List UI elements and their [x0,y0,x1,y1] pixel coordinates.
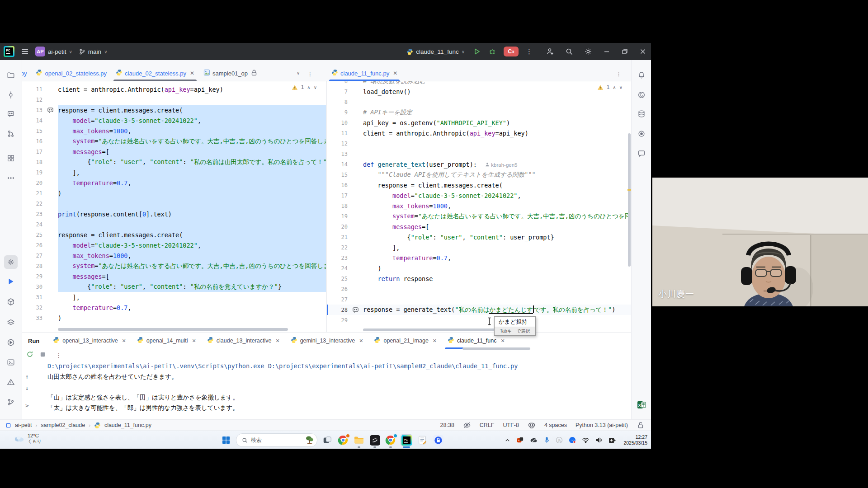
tray-wifi-icon[interactable] [582,437,590,443]
next-warning-icon[interactable]: ∨ [619,85,623,90]
close-icon[interactable]: ✕ [500,338,505,344]
status-file-encoding[interactable]: UTF-8 [503,422,519,428]
c5-plugin-badge[interactable]: C5 [504,47,519,56]
status-caret-position[interactable]: 28:38 [440,422,454,428]
debug-button[interactable] [488,47,496,56]
tray-volume-icon[interactable] [595,437,603,443]
database-icon[interactable] [635,107,648,121]
inspections-widget[interactable]: 1 ∧ ∨ [290,84,319,91]
status-python-interpreter[interactable]: Python 3.13 (ai-petit) [576,422,628,428]
taskbar-dark-app-icon[interactable] [369,434,381,446]
editor-claude-11-func[interactable]: 6# 環境変数を読み込む7load_dotenv()89# APIキーを設定10… [327,81,632,332]
maximize-button[interactable] [621,48,628,55]
main-menu-icon[interactable] [21,47,29,56]
taskbar-clock[interactable]: 12:272025/03/15 [623,434,647,446]
left-tab-options-icon[interactable]: ⋮ [307,70,313,77]
breadcrumb-item-ai-petit[interactable]: ai-petit [15,422,32,428]
ime-candidate[interactable]: かまど担持 [495,317,535,327]
stop-button[interactable] [40,351,46,359]
assistant-icon[interactable] [635,147,648,160]
problems-icon[interactable] [4,375,18,389]
tray-red-badge-icon[interactable] [516,436,524,444]
prev-warning-icon[interactable]: ∧ [307,85,310,90]
tab-le.py[interactable]: le.py [22,66,31,81]
taskbar-notepad-icon[interactable] [416,434,428,446]
services-icon[interactable] [4,316,18,329]
taskbar-chrome-profile-2-icon[interactable] [385,434,396,446]
coverage-icon[interactable] [635,127,648,141]
settings-gear-icon[interactable] [584,47,592,56]
next-warning-icon[interactable]: ∨ [314,85,317,90]
code-with-me-icon[interactable] [546,47,554,56]
rerun-button[interactable] [26,351,33,360]
prev-warning-icon[interactable]: ∧ [613,85,616,90]
scroll-down-icon[interactable]: ↓ [25,385,29,391]
python-packages-icon[interactable] [4,295,18,309]
tray-cloud-icon[interactable] [530,437,538,443]
status-indent-style[interactable]: 4 spaces [544,422,567,428]
excel-icon[interactable]: X [635,398,648,412]
start-button[interactable] [220,434,232,446]
tray-microphone-icon[interactable] [544,436,550,444]
more-tools-icon[interactable] [4,171,18,185]
tray-chevron-up-icon[interactable] [505,437,510,443]
project-widget[interactable]: AP ai-petit ∨ [35,47,72,56]
run-button[interactable] [473,47,481,56]
ai-gutter-icon[interactable] [348,306,363,313]
taskbar-pycharm-icon[interactable]: PC [401,434,412,446]
version-control-icon[interactable] [4,395,18,409]
run-cursor-icon[interactable] [4,275,18,288]
tab-openai_02_stateless.py[interactable]: openai_02_stateless.py [31,66,111,81]
project-folder-icon[interactable] [4,68,18,82]
tray-ime-icon[interactable] [609,437,616,444]
right-tab-options-icon[interactable]: ⋮ [616,70,622,77]
taskbar-chrome-profile-1-icon[interactable] [337,434,349,446]
tab-claude_02_stateless.py[interactable]: claude_02_stateless.py✕ [111,66,199,81]
unlock-icon[interactable] [637,421,645,429]
close-icon[interactable]: ✕ [433,338,437,344]
tab-sample01_op[interactable]: sample01_op [199,66,263,81]
search-icon[interactable] [565,47,573,56]
more-actions-icon[interactable]: ⋮ [526,47,533,56]
minimize-button[interactable] [603,48,610,55]
structure-icon[interactable] [4,151,18,165]
run-tool-icon[interactable] [4,336,18,349]
taskbar-password-lock-icon[interactable] [432,434,444,446]
terminal-icon[interactable] [4,356,18,369]
vertical-scrollbar[interactable] [628,133,631,267]
notifications-icon[interactable] [635,68,648,82]
taskbar-task-view-icon[interactable] [321,434,333,446]
taskbar-search-input[interactable]: 検索 [236,433,317,447]
run-tab-gemini_13_interactive[interactable]: gemini_13_interactive✕ [285,333,369,349]
ai-gutter-icon[interactable] [42,107,58,113]
editor-claude-02-stateless[interactable]: 11client = anthropic.Anthropic(api_key=a… [22,81,326,332]
settings-tool-icon[interactable] [4,255,18,269]
close-icon[interactable]: ✕ [122,338,126,344]
close-icon[interactable]: ✕ [393,70,397,76]
branch-widget[interactable]: main ∨ [79,48,108,55]
run-tab-claude_13_interactive[interactable]: claude_13_interactive✕ [202,333,285,349]
run-tab-openai_13_interactive[interactable]: openai_13_interactive✕ [47,333,132,349]
run-tab-openai_21_image[interactable]: openai_21_image✕ [368,333,442,349]
weather-widget[interactable]: 12°C くもり [14,433,42,444]
close-icon[interactable]: ✕ [190,70,194,76]
console-options-icon[interactable]: ⋮ [56,352,62,359]
horizontal-scrollbar[interactable] [58,328,288,331]
inspections-widget[interactable]: 1 ∧ ∨ [595,84,624,91]
scroll-up-icon[interactable]: ↑ [25,373,29,380]
commit-icon[interactable] [4,88,18,102]
tab-claude_11_func.py[interactable]: claude_11_func.py✕ [327,66,402,81]
pull-requests-icon[interactable] [4,127,18,141]
breadcrumb-item-claude_11_func.py[interactable]: claude_11_func.py [104,422,151,428]
tray-ime-dim-icon[interactable]: あ [556,436,563,444]
run-tabs-scrollbar[interactable] [462,347,530,350]
ai-chat-icon[interactable] [635,88,648,102]
breadcrumb-item-sample02_claude[interactable]: sample02_claude [41,422,85,428]
run-tab-openai_14_multi[interactable]: openai_14_multi✕ [132,333,202,349]
ai-assistant-icon[interactable] [4,107,18,121]
close-icon[interactable]: ✕ [192,338,196,344]
close-icon[interactable]: ✕ [275,338,279,344]
tray-messenger-icon[interactable] [569,436,576,444]
status-line-separator[interactable]: CRLF [480,422,495,428]
taskbar-file-explorer-icon[interactable] [353,434,365,446]
